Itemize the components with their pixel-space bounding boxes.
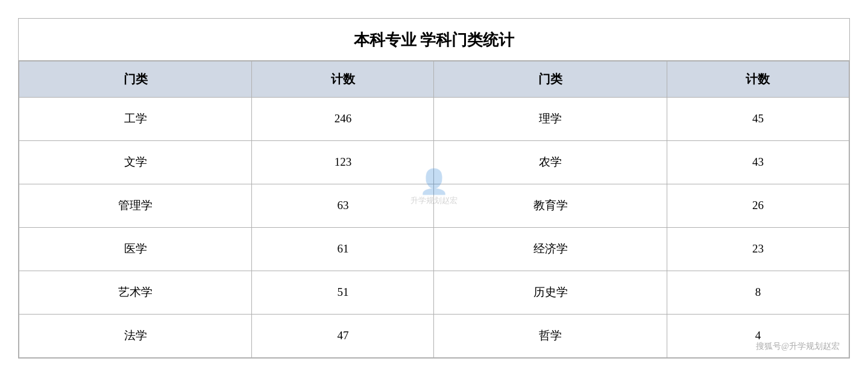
right-category: 哲学 <box>434 314 667 357</box>
right-count: 45 <box>667 97 849 140</box>
table-row: 文学 123 农学 43 <box>19 140 849 184</box>
right-count: 8 <box>667 271 849 314</box>
main-table-container: 本科专业 学科门类统计 👤 升学规划赵宏 搜狐号@升学规划赵宏 门类 计数 门类… <box>18 18 850 359</box>
right-category: 教育学 <box>434 184 667 227</box>
table-row: 工学 246 理学 45 <box>19 97 849 140</box>
left-category: 艺术学 <box>19 271 252 314</box>
header-col-4: 计数 <box>667 61 849 97</box>
left-count: 61 <box>252 227 434 271</box>
header-col-3: 门类 <box>434 61 667 97</box>
right-count: 4 <box>667 314 849 357</box>
left-count: 123 <box>252 140 434 184</box>
right-count: 26 <box>667 184 849 227</box>
left-count: 63 <box>252 184 434 227</box>
right-count: 43 <box>667 140 849 184</box>
right-count: 23 <box>667 227 849 271</box>
table-title: 本科专业 学科门类统计 <box>19 19 849 61</box>
right-category: 理学 <box>434 97 667 140</box>
right-category: 农学 <box>434 140 667 184</box>
left-count: 47 <box>252 314 434 357</box>
right-category: 经济学 <box>434 227 667 271</box>
left-count: 246 <box>252 97 434 140</box>
table-row: 医学 61 经济学 23 <box>19 227 849 271</box>
left-category: 文学 <box>19 140 252 184</box>
left-category: 法学 <box>19 314 252 357</box>
header-col-1: 门类 <box>19 61 252 97</box>
data-table: 门类 计数 门类 计数 工学 246 理学 45 文学 123 农学 43 管理… <box>19 61 849 358</box>
left-category: 工学 <box>19 97 252 140</box>
right-category: 历史学 <box>434 271 667 314</box>
table-row: 法学 47 哲学 4 <box>19 314 849 357</box>
table-header-row: 门类 计数 门类 计数 <box>19 61 849 97</box>
left-count: 51 <box>252 271 434 314</box>
table-row: 艺术学 51 历史学 8 <box>19 271 849 314</box>
header-col-2: 计数 <box>252 61 434 97</box>
left-category: 管理学 <box>19 184 252 227</box>
table-row: 管理学 63 教育学 26 <box>19 184 849 227</box>
left-category: 医学 <box>19 227 252 271</box>
